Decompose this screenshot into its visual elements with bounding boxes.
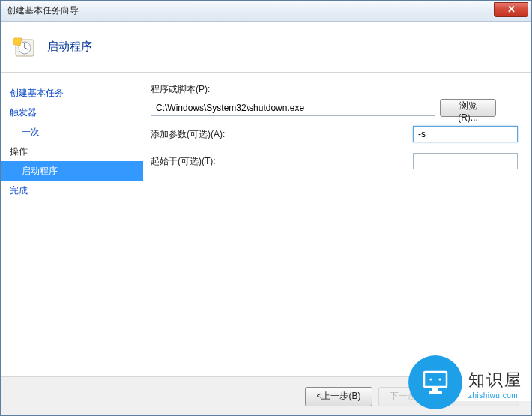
form: 程序或脚本(P): 浏览(R)... 添加参数(可选)(A): 起始于(可选)(… <box>143 73 531 376</box>
titlebar: 创建基本任务向导 ✕ <box>1 1 531 22</box>
program-input[interactable] <box>151 100 435 116</box>
sidebar-item-once[interactable]: 一次 <box>1 122 143 142</box>
footer: <上一步(B) 下一步(N)> 取消 <box>1 376 531 415</box>
sidebar-item-trigger[interactable]: 触发器 <box>1 103 143 122</box>
back-button[interactable]: <上一步(B) <box>305 387 372 406</box>
sidebar-item-finish[interactable]: 完成 <box>1 181 143 200</box>
sidebar-item-start-program[interactable]: 启动程序 <box>1 161 143 181</box>
startin-input[interactable] <box>413 153 518 169</box>
cancel-button[interactable]: 取消 <box>452 387 519 406</box>
args-input[interactable] <box>413 126 518 142</box>
sidebar: 创建基本任务 触发器 一次 操作 启动程序 完成 <box>1 73 143 376</box>
browse-button[interactable]: 浏览(R)... <box>440 99 496 117</box>
header: 启动程序 <box>1 22 531 73</box>
close-icon: ✕ <box>507 4 516 15</box>
program-label: 程序或脚本(P): <box>151 83 256 96</box>
window-title: 创建基本任务向导 <box>7 4 79 17</box>
sidebar-item-create-task[interactable]: 创建基本任务 <box>1 83 143 103</box>
clock-icon <box>13 35 37 59</box>
body: 创建基本任务 触发器 一次 操作 启动程序 完成 程序或脚本(P): 浏览(R)… <box>1 73 531 376</box>
svg-marker-4 <box>13 38 22 46</box>
wizard-window: 创建基本任务向导 ✕ 启动程序 创建基本任务 触发器 一次 操作 启动程序 完成 <box>0 0 532 416</box>
args-label: 添加参数(可选)(A): <box>151 124 413 144</box>
sidebar-item-action: 操作 <box>1 142 143 161</box>
next-button[interactable]: 下一步(N)> <box>378 387 446 406</box>
startin-label: 起始于(可选)(T): <box>151 151 413 171</box>
close-button[interactable]: ✕ <box>494 2 528 17</box>
page-title: 启动程序 <box>47 40 92 54</box>
